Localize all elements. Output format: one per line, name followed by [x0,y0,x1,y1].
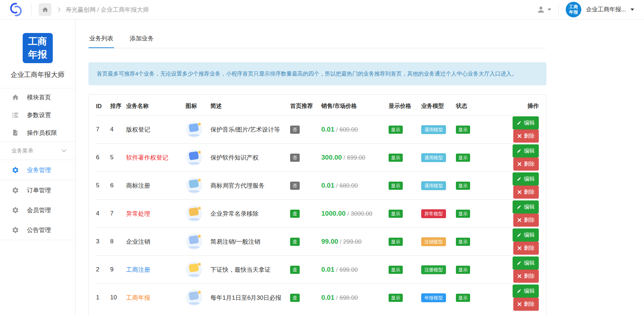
edit-button-label: 编辑 [524,204,535,210]
business-model-badge: 异常模型 [421,209,446,218]
close-icon [518,274,521,278]
sidebar-item-parameter-settings[interactable]: 参数设置 [0,106,75,124]
cell-status: 显示 [456,256,488,284]
cell-show-price: 显示 [389,284,421,312]
cell-id: 1 [96,284,110,312]
edit-button[interactable]: 编辑 [513,116,539,129]
cell-status: 显示 [456,228,488,256]
delete-button[interactable]: 删除 [513,129,539,143]
business-name-text: 版权登记 [126,126,150,133]
sidebar-section-business-menu[interactable]: 业务菜单 [0,142,75,160]
recommend-badge: 是 [290,294,300,302]
cell-model: 通用模型 [421,172,456,200]
sale-price: 0.01 [321,294,334,301]
status-badge: 显示 [456,126,470,134]
business-table-card: ID 排序 业务名称 图标 简述 首页推荐 销售/市场价格 显示价格 业务模型 … [89,94,546,315]
status-badge: 显示 [456,210,470,218]
cell-actions: 编辑 删除 [488,116,539,144]
business-name-text: 软件著作权登记 [126,154,168,161]
col-header-show-price: 显示价格 [389,96,421,116]
delete-button-label: 删除 [524,245,535,252]
cell-id: 2 [96,256,110,284]
swirl-logo-icon [9,2,23,17]
gear-icon [11,166,19,174]
cell-business-name: 软件著作权登记 [126,144,186,172]
business-model-badge: 通用模型 [421,181,446,190]
status-badge: 显示 [456,154,470,162]
sidebar-item-order-management[interactable]: 订单管理 [0,180,75,200]
market-price: 699.00 [347,154,365,161]
business-model-badge: 注册模型 [421,265,446,274]
breadcrumb-home-button[interactable] [39,3,51,16]
sidebar-item-label: 订单管理 [27,186,51,194]
show-price-badge: 显示 [389,182,403,190]
edit-button[interactable]: 编辑 [513,228,539,242]
sidebar-item-module-home[interactable]: 模块首页 [0,88,75,106]
col-header-price: 销售/市场价格 [321,96,389,116]
cell-actions: 编辑 删除 [488,228,539,256]
user-menu-button[interactable] [537,5,551,14]
business-model-badge: 通用模型 [421,153,446,162]
edit-button[interactable]: 编辑 [513,284,539,298]
sidebar-item-label: 操作员权限 [27,129,57,137]
col-header-actions: 操作 [488,96,539,116]
close-icon [518,218,521,222]
market-price: 299.00 [343,238,362,245]
sidebar-item-label: 模块首页 [27,93,51,101]
cell-status: 显示 [456,116,488,144]
recommend-badge: 是 [290,210,300,218]
delete-button-label: 删除 [524,161,535,167]
edit-button[interactable]: 编辑 [513,256,539,270]
cell-show-price: 显示 [389,256,421,284]
sidebar-business-group: 业务管理 订单管理 会员管理 公告管理 [0,160,75,240]
service-illustration-icon [186,261,203,278]
cell-show-price: 显示 [389,228,421,256]
delete-button[interactable]: 删除 [513,158,539,171]
tab-add-business[interactable]: 添加业务 [129,34,154,48]
sidebar-item-member-management[interactable]: 会员管理 [0,200,75,220]
header-divider [558,4,559,16]
market-price: 3000.00 [351,210,372,217]
delete-button[interactable]: 删除 [513,186,539,199]
cell-status: 显示 [456,200,488,228]
edit-button[interactable]: 编辑 [513,144,539,158]
cell-business-name: 版权登记 [126,116,186,144]
show-price-badge: 显示 [389,126,403,134]
cell-actions: 编辑 删除 [488,256,539,284]
delete-button[interactable]: 删除 [513,242,539,255]
delete-button[interactable]: 删除 [513,298,539,311]
cell-id: 4 [96,200,110,228]
app-switcher-button[interactable]: 工商 年报 企业工商年报... [566,2,634,17]
pencil-icon [517,205,521,209]
close-icon [518,302,521,306]
app-logo-text-line1: 工商 [28,35,47,48]
cell-home-recommend: 是 [290,256,321,284]
recommend-badge: 是 [290,238,300,246]
table-row: 5 6 商标注册 [96,172,539,200]
sidebar-item-business-management[interactable]: 业务管理 [0,160,75,180]
brand-swirl-logo-icon[interactable] [8,1,24,18]
cell-description: 保护软件知识产权 [210,144,290,172]
table-row: 4 7 异常处理 [96,200,539,228]
business-model-badge: 注销模型 [421,237,446,246]
chevron-down-icon [61,149,67,153]
header-right: 工商 年报 企业工商年报... [537,2,634,17]
cell-sort: 7 [110,200,126,228]
edit-button[interactable]: 编辑 [513,172,539,186]
tab-business-list[interactable]: 业务列表 [89,34,114,48]
edit-button[interactable]: 编辑 [513,200,539,214]
delete-button[interactable]: 删除 [513,214,539,227]
tab-bar: 业务列表 添加业务 [89,34,546,48]
cell-actions: 编辑 删除 [488,144,539,172]
sidebar-item-announcement-management[interactable]: 公告管理 [0,220,75,240]
service-illustration-icon [186,149,203,166]
delete-button[interactable]: 删除 [513,270,539,283]
edit-button-label: 编辑 [524,232,535,238]
sidebar-item-operator-permissions[interactable]: 操作员权限 [0,124,75,142]
col-header-model: 业务模型 [421,96,456,116]
top-header: 寿光赢创网 / 企业工商年报大师 工商 年报 企业工商年报... [0,0,644,20]
delete-button-label: 删除 [524,273,535,280]
business-name-text: 工商注册 [126,266,150,273]
cell-sort: 4 [110,116,126,144]
close-icon [518,246,521,250]
